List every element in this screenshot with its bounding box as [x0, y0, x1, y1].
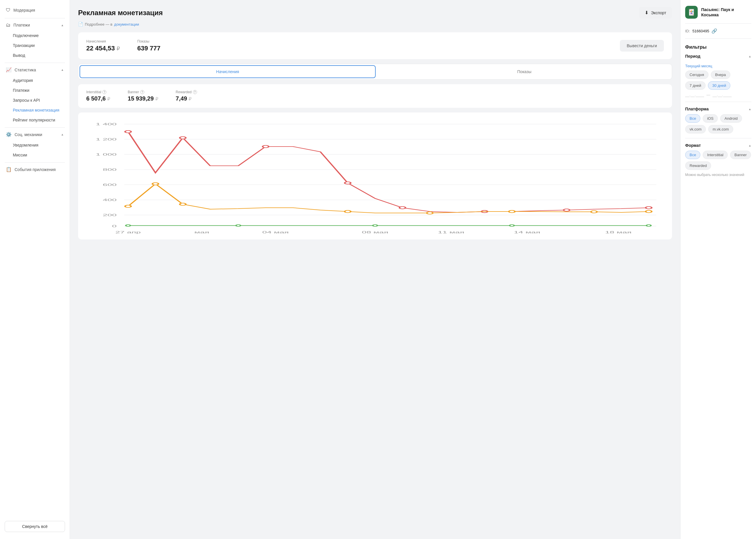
svg-text:0: 0	[112, 224, 117, 228]
filters-title: Фильтры	[685, 44, 751, 50]
rewarded-help-icon[interactable]: ?	[193, 90, 197, 94]
page-title: Рекламная монетизация	[78, 9, 163, 17]
rewarded-dot	[126, 225, 130, 226]
svg-text:600: 600	[103, 183, 117, 187]
app-id-value: 51660495	[693, 29, 710, 33]
interstitial-dot	[399, 206, 405, 209]
platform-vkcom[interactable]: vk.com	[685, 125, 706, 133]
interstitial-line	[128, 132, 648, 212]
sidebar-label-app-events: События приложения	[15, 167, 56, 172]
sidebar-item-transactions[interactable]: Транзакции	[0, 40, 70, 50]
platform-chips: Все iOS Android vk.com m.vk.com	[685, 114, 751, 133]
rewarded-value: 7,49 ₽	[176, 95, 197, 102]
banner-dot	[509, 210, 515, 213]
export-button[interactable]: ⬇ Экспорт	[639, 7, 672, 18]
app-id-row: ID: 51660495 🔗	[685, 28, 751, 39]
interstitial-help-icon[interactable]: ?	[102, 90, 106, 94]
svg-text:1 400: 1 400	[96, 122, 117, 126]
metric-rewarded: Rewarded ? 7,49 ₽	[176, 90, 197, 102]
sidebar-header-social[interactable]: ⚙️ Соц. механики ▲	[0, 129, 70, 140]
accruals-block: Начисления 22 454,53 ₽	[86, 39, 120, 52]
sidebar-item-api[interactable]: Запросы к API	[0, 95, 70, 105]
svg-text:14 мая: 14 мая	[514, 230, 540, 234]
banner-value: 15 939,29 ₽	[127, 95, 158, 102]
rewarded-dot	[236, 225, 241, 226]
app-id-label: ID:	[685, 29, 690, 33]
line-chart: 1 400 1 200 1 000 800 600 400 200 0 27 а…	[86, 118, 664, 235]
tab-accruals[interactable]: Начисления	[80, 65, 376, 78]
interstitial-dot	[125, 130, 131, 133]
format-rewarded[interactable]: Rewarded	[685, 161, 711, 170]
rewarded-dot	[373, 225, 378, 226]
sidebar-item-missions[interactable]: Миссии	[0, 150, 70, 160]
interstitial-dot	[263, 145, 269, 148]
date-range-row: __.__.____ — __.__.____	[685, 93, 751, 97]
format-hint: Можно выбрать несколько значений	[685, 173, 751, 177]
sidebar-label-payments: Платежи	[13, 23, 30, 28]
withdraw-button[interactable]: Вывести деньги	[620, 40, 664, 51]
docs-link[interactable]: документации	[114, 22, 139, 27]
sidebar-header-payments[interactable]: 🗂 Платежи ▲	[0, 20, 70, 31]
period-chevron-icon: ▲	[748, 55, 751, 58]
platform-all[interactable]: Все	[685, 114, 700, 123]
svg-text:04 мая: 04 мая	[262, 230, 289, 234]
period-7days[interactable]: 7 дней	[685, 81, 706, 90]
accruals-label: Начисления	[86, 39, 120, 43]
format-all[interactable]: Все	[685, 151, 700, 159]
filters-section: Фильтры Период ▲ Текущий месяц Сегодня В…	[685, 44, 751, 177]
sidebar-item-popularity[interactable]: Рейтинг популярности	[0, 115, 70, 125]
svg-text:18 мая: 18 мая	[605, 230, 631, 234]
collapse-all-button[interactable]: Свернуть всё	[5, 521, 65, 532]
format-filter: Формат ▲ Все Interstitial Banner Rewarde…	[685, 143, 751, 177]
platform-android[interactable]: Android	[720, 114, 742, 123]
right-panel: 🃏 Пасьянс: Паук и Косынка ID: 51660495 🔗…	[680, 0, 756, 539]
format-banner[interactable]: Banner	[730, 151, 751, 159]
sidebar-item-payments-stat[interactable]: Платежи	[0, 85, 70, 95]
period-30days[interactable]: 30 дней	[708, 81, 730, 90]
chart-card: 1 400 1 200 1 000 800 600 400 200 0 27 а…	[78, 113, 672, 240]
platform-title: Платформа	[685, 107, 709, 111]
sidebar-header-statistics[interactable]: 📈 Статистика ▲	[0, 64, 70, 75]
sidebar-item-connection[interactable]: Подключение	[0, 31, 70, 40]
svg-text:1 200: 1 200	[96, 137, 117, 141]
banner-dot	[180, 203, 186, 205]
chart-tabs: Начисления Показы	[78, 64, 672, 80]
sidebar: 🛡 Модерация 🗂 Платежи ▲ Подключение Тран…	[0, 0, 70, 539]
chevron-up-icon-stat: ▲	[61, 68, 64, 71]
sidebar-item-moderation[interactable]: 🛡 Модерация	[0, 5, 70, 16]
rewarded-dot	[510, 225, 514, 226]
app-icon: 🃏	[685, 6, 698, 19]
sidebar-label-moderation: Модерация	[13, 8, 35, 13]
sidebar-label-statistics: Статистика	[15, 68, 36, 72]
period-filter: Период ▲ Текущий месяц Сегодня Вчера 7 д…	[685, 54, 751, 97]
sidebar-item-withdrawal[interactable]: Вывод	[0, 50, 70, 60]
copy-link-icon[interactable]: 🔗	[712, 28, 717, 34]
svg-text:11 мая: 11 мая	[438, 230, 464, 234]
platform-mvkcom[interactable]: m.vk.com	[708, 125, 733, 133]
sidebar-item-audience[interactable]: Аудитория	[0, 75, 70, 85]
svg-text:08 мая: 08 мая	[362, 230, 388, 234]
page-header: Рекламная монетизация ⬇ Экспорт	[78, 7, 672, 18]
tab-shows[interactable]: Показы	[377, 64, 672, 79]
banner-dot	[125, 205, 131, 207]
period-today[interactable]: Сегодня	[685, 70, 709, 79]
sidebar-item-app-events[interactable]: 📋 События приложения	[0, 164, 70, 175]
period-yesterday[interactable]: Вчера	[711, 70, 730, 79]
accruals-value: 22 454,53 ₽	[86, 44, 120, 52]
period-chips: Сегодня Вчера 7 дней 30 дней	[685, 70, 751, 90]
export-icon: ⬇	[645, 10, 648, 16]
chevron-up-icon-social: ▲	[61, 133, 64, 136]
platform-ios[interactable]: iOS	[703, 114, 718, 123]
format-chips: Все Interstitial Banner Rewarded	[685, 151, 751, 170]
banner-help-icon[interactable]: ?	[140, 90, 144, 94]
shield-icon: 🛡	[6, 8, 11, 13]
format-interstitial[interactable]: Interstitial	[703, 151, 728, 159]
svg-text:800: 800	[103, 168, 117, 172]
shows-value: 639 777	[137, 44, 161, 52]
interstitial-dot	[645, 206, 652, 209]
sidebar-section-app-events: 📋 События приложения	[0, 164, 70, 175]
sidebar-item-ad-monetization[interactable]: Рекламная монетизация	[0, 105, 70, 115]
sidebar-item-notifications[interactable]: Уведомления	[0, 140, 70, 150]
period-current-month[interactable]: Текущий месяц	[685, 61, 751, 70]
info-icon: 📄	[78, 22, 83, 27]
